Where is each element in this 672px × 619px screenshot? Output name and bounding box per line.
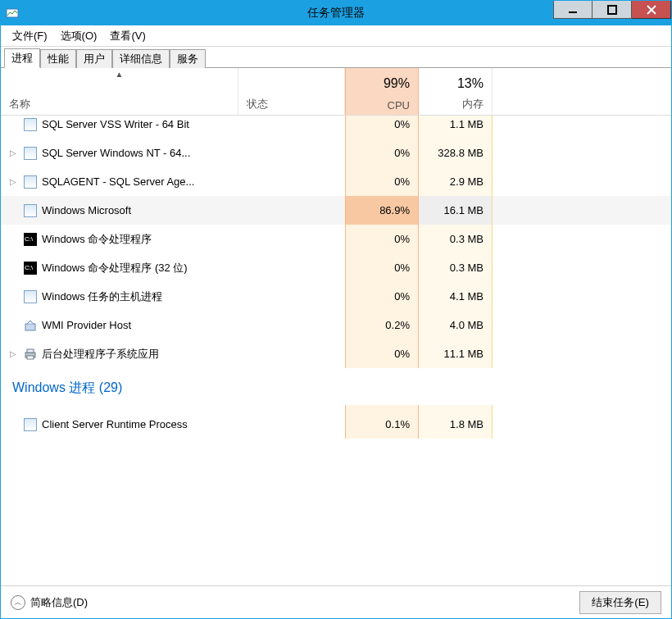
- mem-cell: 0.3 MB: [419, 253, 493, 282]
- table-row[interactable]: WMI Provider Host0.2%4.0 MB: [1, 311, 671, 339]
- mem-cell: 1.1 MB: [419, 116, 493, 139]
- cpu-cell: 86.9%: [345, 196, 419, 225]
- process-name: Windows 命令处理程序 (32 位): [42, 261, 188, 275]
- svg-rect-8: [27, 356, 34, 359]
- process-name: WMI Provider Host: [42, 319, 131, 331]
- cpu-cell: 0%: [345, 116, 419, 139]
- cpu-cell: 0%: [345, 139, 419, 167]
- sort-indicator-icon: ▲: [116, 70, 124, 79]
- grid-body[interactable]: SQL Full Text host0%1.1 MB▷SQL Full-text…: [1, 116, 671, 585]
- group-windows-processes: Windows 进程 (29): [1, 368, 671, 405]
- fewer-details-button[interactable]: ︿ 简略信息(D): [11, 595, 88, 610]
- table-row[interactable]: ▷后台处理程序子系统应用0%11.1 MB: [1, 339, 671, 368]
- process-name: Windows 命令处理程序: [42, 232, 152, 247]
- expand-toggle-icon[interactable]: ▷: [6, 177, 20, 186]
- app-process-icon: [24, 147, 37, 160]
- table-row[interactable]: Client Server Runtime Process0.1%1.8 MB: [1, 410, 671, 439]
- mem-cell: 2.9 MB: [419, 167, 493, 196]
- menubar: 文件(F) 选项(O) 查看(V): [1, 25, 671, 47]
- mem-cell: 4.0 MB: [419, 311, 493, 339]
- column-spacer: [493, 68, 671, 115]
- end-task-button[interactable]: 结束任务(E): [579, 591, 661, 614]
- process-name: Windows Microsoft: [42, 204, 131, 216]
- tab-services[interactable]: 服务: [170, 49, 206, 68]
- app-process-icon: [24, 290, 37, 303]
- titlebar[interactable]: 任务管理器: [1, 1, 671, 25]
- close-button[interactable]: [632, 1, 671, 19]
- tab-details[interactable]: 详细信息: [112, 49, 170, 68]
- cpu-cell: 0.2%: [345, 311, 419, 339]
- app-process-icon: [24, 418, 37, 431]
- window-title: 任务管理器: [307, 6, 365, 20]
- cpu-cell: 0%: [345, 225, 419, 253]
- process-name: Windows 任务的主机进程: [42, 289, 162, 304]
- app-process-icon: [24, 118, 37, 131]
- mem-cell: 328.8 MB: [419, 139, 493, 167]
- cpu-usage-total: 99%: [384, 76, 410, 91]
- printer-icon: [24, 348, 37, 361]
- mem-cell: 11.1 MB: [419, 339, 493, 368]
- process-name: SQL Server Windows NT - 64...: [42, 147, 190, 159]
- cpu-cell: 0%: [345, 167, 419, 196]
- tabbar: 进程 性能 用户 详细信息 服务: [1, 48, 671, 68]
- mem-cell: 1.8 MB: [419, 410, 493, 439]
- svg-rect-0: [7, 9, 18, 17]
- window-controls: [553, 1, 671, 25]
- table-row[interactable]: ▷SQLAGENT - SQL Server Age...0%2.9 MB: [1, 167, 671, 196]
- svg-rect-5: [25, 324, 35, 330]
- footer: ︿ 简略信息(D) 结束任务(E): [1, 585, 671, 618]
- wmi-icon: [24, 319, 37, 332]
- column-cpu[interactable]: 99% CPU: [345, 68, 419, 115]
- mem-usage-total: 13%: [457, 76, 484, 91]
- tab-users[interactable]: 用户: [76, 49, 112, 68]
- maximize-button[interactable]: [593, 1, 632, 19]
- expand-toggle-icon[interactable]: ▷: [6, 349, 20, 358]
- cmd-icon: C:\: [24, 233, 37, 246]
- cpu-cell: 0%: [345, 282, 419, 311]
- cpu-cell: 0.1%: [345, 410, 419, 439]
- table-row[interactable]: Windows Microsoft86.9%16.1 MB: [1, 196, 671, 225]
- app-process-icon: [24, 175, 37, 189]
- table-row[interactable]: SQL Server VSS Writer - 64 Bit0%1.1 MB: [1, 116, 671, 139]
- mem-cell: 4.1 MB: [419, 282, 493, 311]
- task-manager-window: 任务管理器 文件(F) 选项(O) 查看(V) 进程 性能 用户 详细信息 服务…: [0, 0, 672, 619]
- app-process-icon: [24, 204, 37, 217]
- menu-options[interactable]: 选项(O): [54, 27, 104, 45]
- column-name[interactable]: ▲ 名称: [1, 68, 238, 115]
- app-icon: [6, 7, 19, 20]
- column-memory[interactable]: 13% 内存: [419, 68, 493, 115]
- process-name: SQLAGENT - SQL Server Age...: [42, 175, 194, 188]
- chevron-up-icon: ︿: [11, 595, 25, 610]
- process-grid: ▲ 名称 状态 99% CPU 13% 内存: [1, 68, 671, 585]
- table-row[interactable]: C:\Windows 命令处理程序 (32 位)0%0.3 MB: [1, 253, 671, 282]
- menu-file[interactable]: 文件(F): [6, 27, 54, 45]
- mem-cell: 16.1 MB: [419, 196, 493, 225]
- table-row[interactable]: ▷SQL Server Windows NT - 64...0%328.8 MB: [1, 139, 671, 167]
- tab-processes[interactable]: 进程: [4, 48, 40, 68]
- table-row[interactable]: Windows 任务的主机进程0%4.1 MB: [1, 282, 671, 311]
- table-row[interactable]: C:\Windows 命令处理程序0%0.3 MB: [1, 225, 671, 253]
- cpu-cell: 0%: [345, 339, 419, 368]
- header-row: ▲ 名称 状态 99% CPU 13% 内存: [1, 68, 671, 116]
- process-name: Client Server Runtime Process: [42, 418, 188, 430]
- cmd-icon: C:\: [24, 262, 37, 275]
- menu-view[interactable]: 查看(V): [103, 27, 152, 45]
- svg-rect-2: [608, 6, 616, 14]
- svg-rect-7: [27, 349, 34, 353]
- mem-cell: 0.3 MB: [419, 225, 493, 253]
- process-name: 后台处理程序子系统应用: [42, 347, 159, 362]
- process-name: SQL Server VSS Writer - 64 Bit: [42, 118, 189, 130]
- cpu-cell: 0%: [345, 253, 419, 282]
- expand-toggle-icon[interactable]: ▷: [6, 148, 20, 157]
- tab-performance[interactable]: 性能: [40, 49, 76, 68]
- minimize-button[interactable]: [553, 1, 593, 19]
- column-status[interactable]: 状态: [238, 68, 345, 115]
